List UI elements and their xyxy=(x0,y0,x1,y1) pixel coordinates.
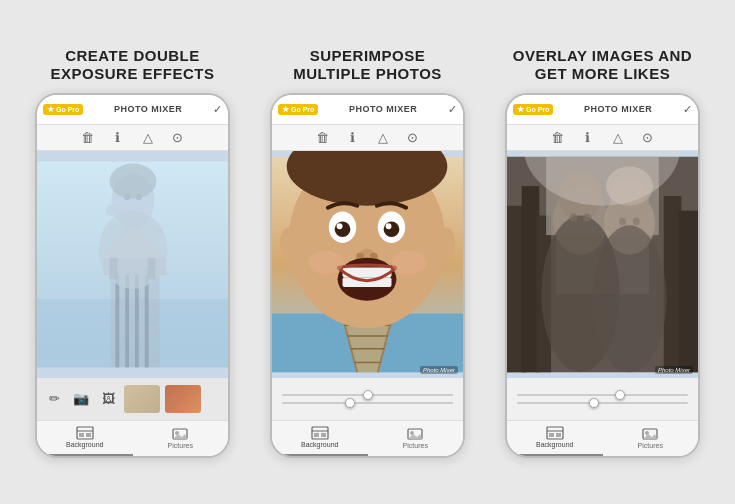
star-icon-1: ★ xyxy=(47,105,54,114)
svg-point-40 xyxy=(335,221,351,237)
slider-thumb-2[interactable] xyxy=(345,398,355,408)
info-icon-3[interactable]: ℹ xyxy=(580,129,596,145)
watermark-3: Photo Mixer xyxy=(655,366,693,374)
slider-track-4[interactable] xyxy=(517,402,688,404)
slider-track-1[interactable] xyxy=(282,394,453,396)
layers-icon-1[interactable]: △ xyxy=(140,129,156,145)
phone-tools-1: ✏ 📷 🖼 xyxy=(37,378,228,420)
camera-icon[interactable]: 📷 xyxy=(70,388,92,410)
phone-image-2: Photo Mixer xyxy=(272,151,463,378)
slider-thumb-3[interactable] xyxy=(615,390,625,400)
panel-3-title: OVERLAY IMAGES ANDGET MORE LIKES xyxy=(513,47,692,83)
svg-point-16 xyxy=(106,204,122,216)
tab-pictures-2[interactable]: Pictures xyxy=(368,421,464,456)
app-title-2: PHOTO MIXER xyxy=(322,104,444,114)
app-title-3: PHOTO MIXER xyxy=(557,104,679,114)
phone-topbar-1: ★ Go Pro PHOTO MIXER ✓ xyxy=(37,95,228,125)
svg-point-14 xyxy=(109,163,156,198)
panel-2: SUPERIMPOSEMULTIPLE PHOTOS ★ Go Pro PHOT… xyxy=(258,47,478,458)
thumbnail-1[interactable] xyxy=(124,385,160,413)
panel-1: CREATE DOUBLEEXPOSURE EFFECTS ★ Go Pro P… xyxy=(23,47,243,458)
phone-iconbar-1: 🗑 ℹ △ ⊙ xyxy=(37,125,228,151)
phone-sliders-2 xyxy=(272,378,463,420)
panel-2-title: SUPERIMPOSEMULTIPLE PHOTOS xyxy=(293,47,442,83)
tab-pictures-label-3: Pictures xyxy=(638,442,663,449)
history-icon-3[interactable]: ⊙ xyxy=(640,129,656,145)
phone-topbar-3: ★ Go Pro PHOTO MIXER ✓ xyxy=(507,95,698,125)
info-icon-2[interactable]: ℹ xyxy=(345,129,361,145)
panel-1-title: CREATE DOUBLEEXPOSURE EFFECTS xyxy=(51,47,215,83)
thumbnail-2[interactable] xyxy=(165,385,201,413)
go-pro-button-1[interactable]: ★ Go Pro xyxy=(43,104,83,115)
svg-point-15 xyxy=(99,210,168,288)
tab-pictures-3[interactable]: Pictures xyxy=(603,421,699,456)
delete-icon-1[interactable]: 🗑 xyxy=(80,129,96,145)
delete-icon-3[interactable]: 🗑 xyxy=(550,129,566,145)
phone-iconbar-2: 🗑 ℹ △ ⊙ xyxy=(272,125,463,151)
svg-point-50 xyxy=(280,227,300,258)
slider-thumb-4[interactable] xyxy=(589,398,599,408)
tab-background-3[interactable]: Background xyxy=(507,421,603,456)
star-icon-2: ★ xyxy=(282,105,289,114)
pictures-tab-icon-2 xyxy=(406,427,424,441)
tab-background-2[interactable]: Background xyxy=(272,421,368,456)
slider-row-4 xyxy=(517,402,688,404)
history-icon-2[interactable]: ⊙ xyxy=(405,129,421,145)
watermark-2: Photo Mixer xyxy=(420,366,458,374)
check-icon-3[interactable]: ✓ xyxy=(683,103,692,116)
go-pro-label-2: Go Pro xyxy=(291,106,314,113)
tab-pictures-1[interactable]: Pictures xyxy=(133,421,229,456)
slider-row-2 xyxy=(282,402,453,404)
tab-background-1[interactable]: Background xyxy=(37,421,133,456)
app-title-1: PHOTO MIXER xyxy=(87,104,209,114)
svg-rect-84 xyxy=(549,433,554,437)
phone-sliders-3 xyxy=(507,378,698,420)
go-pro-button-2[interactable]: ★ Go Pro xyxy=(278,104,318,115)
phone-iconbar-3: 🗑 ℹ △ ⊙ xyxy=(507,125,698,151)
history-icon-1[interactable]: ⊙ xyxy=(170,129,186,145)
info-icon-1[interactable]: ℹ xyxy=(110,129,126,145)
slider-track-2[interactable] xyxy=(282,402,453,404)
slider-track-3[interactable] xyxy=(517,394,688,396)
tab-background-label-1: Background xyxy=(66,441,103,448)
svg-point-51 xyxy=(436,227,456,258)
phone-frame-1: ★ Go Pro PHOTO MIXER ✓ 🗑 ℹ △ ⊙ xyxy=(35,93,230,458)
go-pro-button-3[interactable]: ★ Go Pro xyxy=(513,104,553,115)
background-tab-icon-2 xyxy=(311,426,329,440)
tab-background-label-2: Background xyxy=(301,441,338,448)
phone-frame-3: ★ Go Pro PHOTO MIXER ✓ 🗑 ℹ △ ⊙ xyxy=(505,93,700,458)
main-container: CREATE DOUBLEEXPOSURE EFFECTS ★ Go Pro P… xyxy=(0,0,735,504)
phone-image-3: Photo Mixer xyxy=(507,151,698,378)
svg-point-42 xyxy=(337,223,343,229)
layers-icon-2[interactable]: △ xyxy=(375,129,391,145)
slider-row-3 xyxy=(517,394,688,396)
pictures-tab-icon-3 xyxy=(641,427,659,441)
phone-image-1 xyxy=(37,151,228,378)
delete-icon-2[interactable]: 🗑 xyxy=(315,129,331,145)
svg-rect-85 xyxy=(556,433,561,437)
brush-icon[interactable]: ✏ xyxy=(43,388,65,410)
tab-pictures-label-2: Pictures xyxy=(403,442,428,449)
check-icon-1[interactable]: ✓ xyxy=(213,103,222,116)
svg-point-43 xyxy=(386,223,392,229)
slider-thumb-1[interactable] xyxy=(363,390,373,400)
svg-point-41 xyxy=(384,221,400,237)
svg-marker-23 xyxy=(173,434,187,439)
pictures-tab-icon-1 xyxy=(171,427,189,441)
phone-tabbar-3: Background Pictures xyxy=(507,420,698,456)
phone-tabbar-2: Background Pictures xyxy=(272,420,463,456)
phone-topbar-2: ★ Go Pro PHOTO MIXER ✓ xyxy=(272,95,463,125)
svg-rect-57 xyxy=(321,433,326,437)
tab-background-label-3: Background xyxy=(536,441,573,448)
layers-icon-3[interactable]: △ xyxy=(610,129,626,145)
go-pro-label-1: Go Pro xyxy=(56,106,79,113)
gallery-icon[interactable]: 🖼 xyxy=(97,388,119,410)
phone-frame-2: ★ Go Pro PHOTO MIXER ✓ 🗑 ℹ △ ⊙ xyxy=(270,93,465,458)
svg-rect-56 xyxy=(314,433,319,437)
go-pro-label-3: Go Pro xyxy=(526,106,549,113)
check-icon-2[interactable]: ✓ xyxy=(448,103,457,116)
tab-pictures-label-1: Pictures xyxy=(168,442,193,449)
svg-marker-88 xyxy=(643,434,657,439)
phone-tabbar-1: Background Pictures xyxy=(37,420,228,456)
background-tab-icon-1 xyxy=(76,426,94,440)
